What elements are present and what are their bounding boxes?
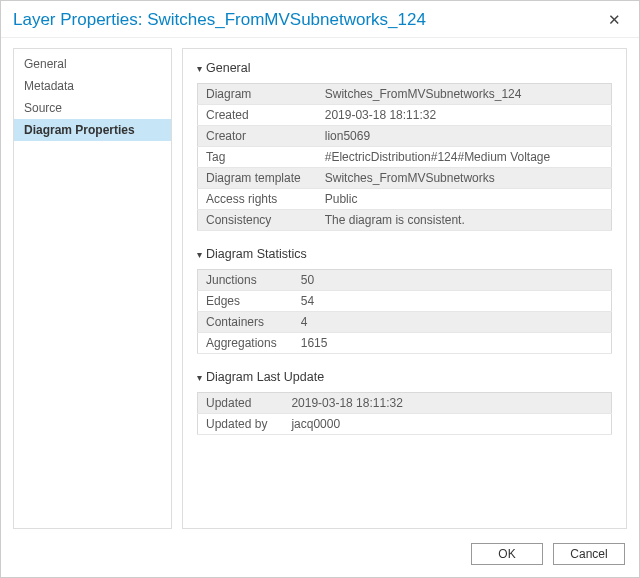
prop-key: Creator [198, 126, 317, 147]
prop-key: Updated by [198, 414, 284, 435]
table-stats: Junctions50 Edges54 Containers4 Aggregat… [197, 269, 612, 354]
table-row: Tag#ElectricDistribution#124#Medium Volt… [198, 147, 612, 168]
sidebar: General Metadata Source Diagram Properti… [13, 48, 172, 529]
prop-val: 2019-03-18 18:11:32 [317, 105, 612, 126]
section-stats-header[interactable]: ▾ Diagram Statistics [197, 247, 612, 261]
ok-button[interactable]: OK [471, 543, 543, 565]
table-row: Containers4 [198, 312, 612, 333]
chevron-down-icon: ▾ [197, 63, 202, 74]
close-button[interactable]: ✕ [602, 9, 627, 31]
dialog-title: Layer Properties: Switches_FromMVSubnetw… [13, 10, 426, 30]
dialog-body: General Metadata Source Diagram Properti… [1, 38, 639, 535]
table-row: Updated byjacq0000 [198, 414, 612, 435]
prop-val: Switches_FromMVSubnetworks [317, 168, 612, 189]
prop-val: lion5069 [317, 126, 612, 147]
section-general-title: General [206, 61, 250, 75]
prop-key: Created [198, 105, 317, 126]
section-general: ▾ General DiagramSwitches_FromMVSubnetwo… [197, 61, 612, 231]
chevron-down-icon: ▾ [197, 372, 202, 383]
prop-key: Aggregations [198, 333, 293, 354]
section-update-header[interactable]: ▾ Diagram Last Update [197, 370, 612, 384]
table-row: Diagram templateSwitches_FromMVSubnetwor… [198, 168, 612, 189]
prop-key: Access rights [198, 189, 317, 210]
section-general-header[interactable]: ▾ General [197, 61, 612, 75]
table-row: Created2019-03-18 18:11:32 [198, 105, 612, 126]
table-row: Junctions50 [198, 270, 612, 291]
sidebar-item-general[interactable]: General [14, 53, 171, 75]
title-bar: Layer Properties: Switches_FromMVSubnetw… [1, 1, 639, 38]
prop-key: Diagram template [198, 168, 317, 189]
prop-key: Diagram [198, 84, 317, 105]
table-update: Updated2019-03-18 18:11:32 Updated byjac… [197, 392, 612, 435]
table-row: DiagramSwitches_FromMVSubnetworks_124 [198, 84, 612, 105]
cancel-button[interactable]: Cancel [553, 543, 625, 565]
prop-val: 54 [293, 291, 612, 312]
table-row: Updated2019-03-18 18:11:32 [198, 393, 612, 414]
prop-val: 1615 [293, 333, 612, 354]
chevron-down-icon: ▾ [197, 249, 202, 260]
section-stats: ▾ Diagram Statistics Junctions50 Edges54… [197, 247, 612, 354]
prop-key: Consistency [198, 210, 317, 231]
table-row: Aggregations1615 [198, 333, 612, 354]
footer: OK Cancel [1, 535, 639, 577]
table-row: Edges54 [198, 291, 612, 312]
prop-key: Tag [198, 147, 317, 168]
section-update: ▾ Diagram Last Update Updated2019-03-18 … [197, 370, 612, 435]
prop-val: Public [317, 189, 612, 210]
content-panel: ▾ General DiagramSwitches_FromMVSubnetwo… [182, 48, 627, 529]
prop-key: Updated [198, 393, 284, 414]
prop-val: 50 [293, 270, 612, 291]
prop-val: Switches_FromMVSubnetworks_124 [317, 84, 612, 105]
sidebar-item-source[interactable]: Source [14, 97, 171, 119]
table-row: ConsistencyThe diagram is consistent. [198, 210, 612, 231]
prop-key: Containers [198, 312, 293, 333]
prop-val: 4 [293, 312, 612, 333]
prop-key: Junctions [198, 270, 293, 291]
sidebar-item-metadata[interactable]: Metadata [14, 75, 171, 97]
table-row: Creatorlion5069 [198, 126, 612, 147]
table-general: DiagramSwitches_FromMVSubnetworks_124 Cr… [197, 83, 612, 231]
section-update-title: Diagram Last Update [206, 370, 324, 384]
prop-val: #ElectricDistribution#124#Medium Voltage [317, 147, 612, 168]
table-row: Access rightsPublic [198, 189, 612, 210]
sidebar-item-diagram-properties[interactable]: Diagram Properties [14, 119, 171, 141]
prop-val: 2019-03-18 18:11:32 [283, 393, 611, 414]
prop-key: Edges [198, 291, 293, 312]
section-stats-title: Diagram Statistics [206, 247, 307, 261]
prop-val: jacq0000 [283, 414, 611, 435]
prop-val: The diagram is consistent. [317, 210, 612, 231]
